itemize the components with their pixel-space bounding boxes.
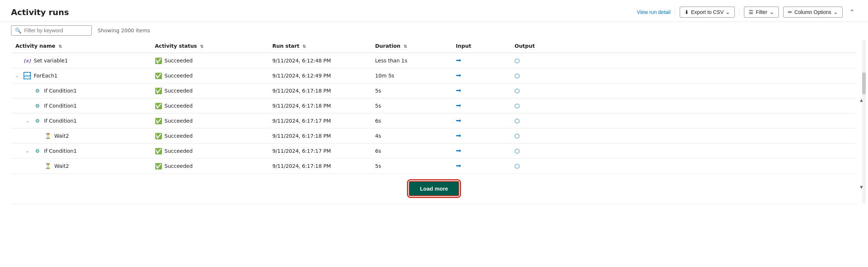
input-icon[interactable]: ⮕	[456, 72, 462, 79]
succeeded-icon: ✅	[155, 102, 162, 109]
input-cell[interactable]: ⮕	[451, 83, 510, 98]
activity-name-label: If Condition1	[44, 118, 77, 124]
table-row: ⏳ Wait2 ✅ Succeeded 9/11/2024, 6:17:18 P…	[11, 129, 857, 144]
output-cell[interactable]: ⬡	[510, 83, 857, 98]
output-cell[interactable]: ⬡	[510, 68, 857, 83]
duration-cell: Less than 1s	[371, 53, 451, 68]
output-cell[interactable]: ⬡	[510, 159, 857, 174]
input-cell[interactable]: ⮕	[451, 113, 510, 129]
activity-name-cell: ⏳ Wait2	[11, 159, 150, 174]
table-header-row: Activity name ⇅ Activity status ⇅ Run st…	[11, 39, 857, 53]
toolbar-row: 🔍 Showing 2000 items	[0, 22, 868, 39]
collapse-arrow[interactable]: ⌄	[15, 73, 21, 78]
scrollbar-track: ▲ ▼	[862, 39, 866, 204]
collapse-panel-button[interactable]: ⌃	[847, 7, 857, 17]
output-icon[interactable]: ⬡	[515, 148, 520, 155]
if-icon: ⚙	[34, 117, 41, 125]
status-label: Succeeded	[164, 58, 193, 64]
activity-status-cell: ✅ Succeeded	[150, 53, 268, 68]
output-icon[interactable]: ⬡	[515, 57, 520, 64]
export-to-csv-button[interactable]: ⬇ Export to CSV ⌄	[680, 7, 735, 18]
divider2	[739, 8, 740, 16]
output-cell[interactable]: ⬡	[510, 53, 857, 68]
output-icon[interactable]: ⬡	[515, 163, 520, 170]
input-icon[interactable]: ⮕	[456, 102, 462, 109]
duration-cell: 4s	[371, 129, 451, 144]
scroll-up-arrow[interactable]: ▲	[860, 98, 863, 102]
table-row: ⚙ If Condition1 ✅ Succeeded 9/11/2024, 6…	[11, 83, 857, 98]
succeeded-icon: ✅	[155, 163, 162, 170]
column-options-button[interactable]: ✏ Column Options ⌄	[783, 7, 843, 18]
duration-cell: 5s	[371, 159, 451, 174]
activity-runs-table: Activity name ⇅ Activity status ⇅ Run st…	[11, 39, 857, 204]
table-row: ⏳ Wait2 ✅ Succeeded 9/11/2024, 6:17:18 P…	[11, 159, 857, 174]
input-cell[interactable]: ⮕	[451, 53, 510, 68]
duration-cell: 10m 5s	[371, 68, 451, 83]
col-activity-status[interactable]: Activity status ⇅	[150, 39, 268, 53]
collapse-arrow[interactable]: ⌄	[26, 149, 31, 154]
output-cell[interactable]: ⬡	[510, 129, 857, 144]
input-icon[interactable]: ⮕	[456, 87, 462, 94]
input-cell[interactable]: ⮕	[451, 129, 510, 144]
col-run-start[interactable]: Run start ⇅	[268, 39, 371, 53]
item-count: Showing 2000 items	[98, 28, 150, 33]
status-label: Succeeded	[164, 103, 193, 109]
status-label: Succeeded	[164, 118, 193, 124]
load-more-button[interactable]: Load more	[409, 181, 459, 196]
duration-cell: 6s	[371, 113, 451, 129]
input-icon[interactable]: ⮕	[456, 118, 462, 125]
scrollbar-thumb[interactable]	[862, 72, 866, 94]
filter-button[interactable]: ☰ Filter ⌄	[744, 7, 778, 18]
status-label: Succeeded	[164, 73, 193, 79]
search-box[interactable]: 🔍	[11, 25, 92, 36]
col-output: Output	[510, 39, 857, 53]
sort-icon-duration: ⇅	[404, 44, 407, 49]
output-cell[interactable]: ⬡	[510, 98, 857, 113]
activity-name-cell: ⌄ ⇄⇄ ForEach1	[11, 68, 150, 83]
run-start-cell: 9/11/2024, 6:17:17 PM	[268, 113, 371, 129]
table-wrapper: Activity name ⇅ Activity status ⇅ Run st…	[0, 39, 868, 204]
run-start-cell: 9/11/2024, 6:12:48 PM	[268, 53, 371, 68]
input-icon[interactable]: ⮕	[456, 57, 462, 64]
output-icon[interactable]: ⬡	[515, 87, 520, 94]
wait-icon: ⏳	[44, 162, 51, 170]
input-icon[interactable]: ⮕	[456, 148, 462, 155]
input-cell[interactable]: ⮕	[451, 159, 510, 174]
wait-icon: ⏳	[44, 132, 51, 140]
input-cell[interactable]: ⮕	[451, 144, 510, 159]
status-label: Succeeded	[164, 133, 193, 139]
output-icon[interactable]: ⬡	[515, 118, 520, 125]
run-start-cell: 9/11/2024, 6:17:18 PM	[268, 98, 371, 113]
foreach-icon: ⇄⇄	[23, 72, 31, 79]
col-input: Input	[451, 39, 510, 53]
output-cell[interactable]: ⬡	[510, 144, 857, 159]
scroll-down-arrow[interactable]: ▼	[860, 185, 863, 189]
input-icon[interactable]: ⮕	[456, 163, 462, 170]
if-icon: ⚙	[34, 87, 41, 94]
status-label: Succeeded	[164, 148, 193, 154]
if-icon: ⚙	[34, 147, 41, 155]
view-run-detail-button[interactable]: View run detail	[637, 9, 671, 15]
output-icon[interactable]: ⬡	[515, 102, 520, 109]
col-activity-name[interactable]: Activity name ⇅	[11, 39, 150, 53]
col-duration[interactable]: Duration ⇅	[371, 39, 451, 53]
output-cell[interactable]: ⬡	[510, 113, 857, 129]
activity-name-label: If Condition1	[44, 148, 77, 154]
output-icon[interactable]: ⬡	[515, 133, 520, 140]
activity-status-cell: ✅ Succeeded	[150, 113, 268, 129]
input-cell[interactable]: ⮕	[451, 68, 510, 83]
if-icon: ⚙	[34, 102, 41, 109]
collapse-arrow[interactable]: ⌄	[26, 119, 31, 123]
input-icon[interactable]: ⮕	[456, 133, 462, 140]
chevron-down-icon3: ⌄	[834, 9, 838, 15]
header-row: Activity runs View run detail ⬇ Export t…	[0, 0, 868, 22]
search-input[interactable]	[24, 28, 88, 33]
input-cell[interactable]: ⮕	[451, 98, 510, 113]
table-row: ⚙ If Condition1 ✅ Succeeded 9/11/2024, 6…	[11, 98, 857, 113]
succeeded-icon: ✅	[155, 133, 162, 140]
load-more-row: Load more	[11, 174, 857, 204]
activity-name-cell: ⌄ ⚙ If Condition1	[11, 144, 150, 159]
divider	[675, 8, 675, 16]
output-icon[interactable]: ⬡	[515, 72, 520, 79]
columns-icon: ✏	[788, 9, 792, 15]
